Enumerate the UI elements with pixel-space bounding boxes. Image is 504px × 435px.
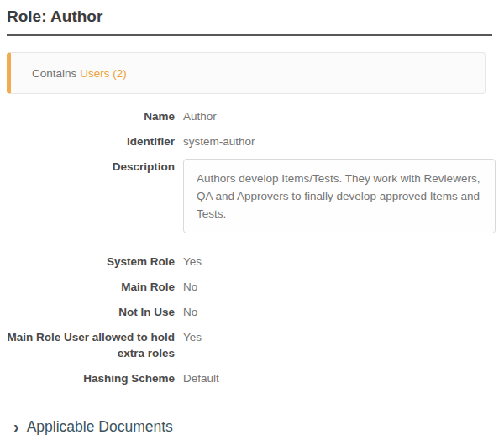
role-detail-page: Role: Author Contains Users (2) Name Aut… [0, 8, 504, 435]
form-row-identifier: Identifier system-author [7, 134, 497, 149]
description-textarea: Authors develop Items/Tests. They work w… [183, 159, 496, 233]
chevron-right-icon: › [13, 418, 19, 435]
title-divider [7, 34, 492, 36]
collapsible-sections: › Applicable Documents › Securable areas… [7, 411, 497, 435]
users-link[interactable]: Users (2) [80, 67, 127, 80]
form-row-description: Description Authors develop Items/Tests.… [7, 159, 497, 233]
form-row-extra-roles: Main Role User allowed to hold extra rol… [7, 329, 497, 361]
field-label: System Role [7, 254, 175, 270]
field-label: Name [7, 108, 175, 124]
field-value: Default [183, 370, 219, 386]
form-row-not-in-use: Not In Use No [7, 304, 497, 320]
form-row-system-role: System Role Yes [7, 254, 497, 270]
field-value: Author [183, 108, 217, 124]
role-details-form: Name Author Identifier system-author Des… [7, 108, 497, 386]
form-row-name: Name Author [7, 108, 497, 124]
field-value: system-author [183, 134, 255, 149]
section-applicable-documents[interactable]: › Applicable Documents [7, 411, 497, 435]
field-label: Main Role User allowed to hold extra rol… [7, 329, 175, 361]
page-title: Role: Author [7, 8, 497, 26]
field-value: Yes [183, 254, 202, 270]
field-label: Identifier [7, 134, 175, 149]
field-label: Not In Use [7, 304, 175, 320]
form-row-hashing-scheme: Hashing Scheme Default [7, 370, 497, 386]
field-label: Hashing Scheme [7, 370, 175, 386]
field-value: No [183, 279, 197, 295]
field-label: Description [7, 159, 175, 175]
field-label: Main Role [7, 279, 175, 295]
contains-users-alert: Contains Users (2) [7, 52, 486, 94]
alert-prefix-text: Contains [32, 67, 76, 80]
field-value: No [183, 304, 197, 320]
form-row-main-role: Main Role No [7, 279, 497, 295]
field-value: Yes [183, 329, 202, 345]
section-title: Applicable Documents [27, 418, 173, 435]
